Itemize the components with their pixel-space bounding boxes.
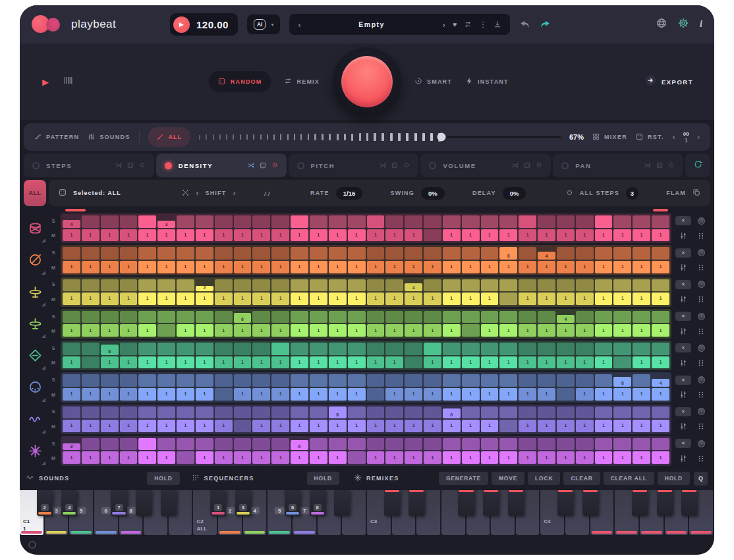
step-cell[interactable]: 1: [652, 229, 669, 242]
step-cell[interactable]: 1: [82, 451, 99, 464]
flam-label[interactable]: FLAM: [666, 190, 686, 196]
step-cell[interactable]: 1: [215, 229, 233, 242]
piano-key-black[interactable]: [334, 490, 350, 516]
step-cell[interactable]: 1: [138, 356, 156, 369]
accent-step-cell[interactable]: [348, 311, 366, 323]
accent-step-cell[interactable]: 6: [291, 438, 308, 451]
step-cell[interactable]: 1: [557, 356, 575, 369]
step-cell[interactable]: 1: [271, 324, 289, 337]
accent-step-cell[interactable]: [138, 406, 156, 419]
accent-step-cell[interactable]: 2: [196, 279, 213, 292]
step-cell[interactable]: 1: [557, 324, 575, 337]
step-cell[interactable]: 1: [215, 451, 233, 464]
accent-step-cell[interactable]: [462, 438, 480, 451]
accent-step-cell[interactable]: [424, 438, 441, 451]
accent-step-cell[interactable]: 8: [329, 406, 347, 419]
step-cell[interactable]: 1: [424, 420, 441, 432]
accent-step-cell[interactable]: [481, 247, 499, 260]
step-cell[interactable]: 1: [234, 229, 252, 242]
accent-step-cell[interactable]: [652, 215, 669, 228]
accent-step-cell[interactable]: [576, 247, 594, 260]
step-cell[interactable]: 1: [595, 356, 613, 369]
step-cell[interactable]: 1: [329, 420, 347, 432]
accent-step-cell[interactable]: [310, 438, 327, 451]
step-cell[interactable]: 1: [177, 293, 194, 305]
step-cell[interactable]: 1: [101, 356, 119, 369]
accent-step-cell[interactable]: [271, 406, 289, 419]
step-cell[interactable]: [499, 293, 517, 305]
accent-step-cell[interactable]: 4: [405, 279, 422, 292]
hihat-closed-icon[interactable]: [24, 277, 46, 307]
accent-step-cell[interactable]: [348, 247, 366, 260]
accent-step-cell[interactable]: [215, 374, 233, 387]
step-cell[interactable]: 1: [177, 420, 194, 432]
step-cell[interactable]: 1: [271, 420, 289, 432]
accent-step-cell[interactable]: 6: [101, 343, 119, 355]
undo-icon[interactable]: [519, 19, 530, 30]
step-cell[interactable]: 1: [576, 420, 594, 432]
accent-step-cell[interactable]: [557, 343, 575, 355]
step-cell[interactable]: 1: [177, 356, 194, 369]
accent-step-cell[interactable]: [519, 215, 536, 228]
accent-step-cell[interactable]: [329, 311, 347, 323]
accent-step-cell[interactable]: [367, 438, 385, 451]
step-cell[interactable]: 1: [234, 388, 252, 401]
accent-step-cell[interactable]: [557, 247, 575, 260]
accent-step-cell[interactable]: [271, 438, 289, 451]
accent-step-cell[interactable]: [538, 311, 555, 323]
step-cell[interactable]: [157, 324, 175, 337]
smart-button[interactable]: SMART: [414, 76, 452, 88]
accent-step-cell[interactable]: [177, 311, 194, 323]
accent-step-cell[interactable]: [215, 215, 233, 228]
step-cell[interactable]: 1: [613, 324, 631, 337]
accent-step-cell[interactable]: [271, 343, 289, 355]
accent-step-cell[interactable]: [271, 247, 289, 260]
slider-track[interactable]: [447, 136, 561, 138]
shuffle-icon[interactable]: [248, 159, 254, 171]
accent-step-cell[interactable]: [252, 279, 270, 292]
track-clear-button[interactable]: ✕: [675, 216, 691, 225]
step-cell[interactable]: 1: [385, 420, 403, 432]
accent-step-cell[interactable]: [101, 279, 119, 292]
step-cell[interactable]: 1: [613, 229, 631, 242]
step-cell[interactable]: 1: [348, 420, 366, 432]
accent-step-cell[interactable]: [367, 343, 385, 355]
accent-step-cell[interactable]: [557, 215, 575, 228]
step-cell[interactable]: 1: [481, 356, 499, 369]
accent-step-cell[interactable]: [234, 406, 252, 419]
accent-step-cell[interactable]: [310, 311, 327, 323]
step-cell[interactable]: 1: [652, 451, 669, 464]
step-cell[interactable]: 1: [120, 229, 138, 242]
accent-step-cell[interactable]: [633, 438, 650, 451]
step-cell[interactable]: 1: [196, 388, 213, 401]
accent-step-cell[interactable]: [329, 247, 347, 260]
step-cell[interactable]: 1: [595, 420, 613, 432]
step-cell[interactable]: 1: [177, 229, 194, 242]
sounds-section-label[interactable]: SOUNDS: [26, 472, 69, 484]
track-clear-button[interactable]: ✕: [675, 343, 691, 352]
step-cell[interactable]: 1: [348, 229, 366, 242]
step-cell[interactable]: 1: [329, 451, 347, 464]
accent-step-cell[interactable]: 4: [652, 374, 669, 387]
track-drag-handle[interactable]: [697, 455, 705, 462]
step-cell[interactable]: 1: [499, 261, 517, 273]
accent-step-cell[interactable]: [538, 343, 555, 355]
sounds-hold-button[interactable]: HOLD: [147, 472, 179, 485]
accent-step-cell[interactable]: [405, 438, 422, 451]
accent-step-cell[interactable]: [196, 311, 213, 323]
dice-icon[interactable]: [59, 187, 67, 199]
shaker-icon[interactable]: [24, 341, 46, 370]
accent-step-cell[interactable]: [82, 311, 99, 323]
accent-step-cell[interactable]: [101, 247, 119, 260]
accent-step-cell[interactable]: [252, 438, 270, 451]
accent-step-cell[interactable]: [633, 343, 650, 355]
step-cell[interactable]: 1: [196, 356, 213, 369]
step-cell[interactable]: 1: [481, 451, 499, 464]
step-cell[interactable]: 1: [271, 229, 289, 242]
step-cell[interactable]: 1: [443, 356, 461, 369]
step-cell[interactable]: 1: [481, 261, 499, 273]
step-cell[interactable]: 1: [462, 388, 480, 401]
loop-end-marker[interactable]: [653, 209, 668, 211]
track-clear-button[interactable]: ✕: [675, 280, 691, 289]
step-cell[interactable]: 1: [424, 324, 441, 337]
